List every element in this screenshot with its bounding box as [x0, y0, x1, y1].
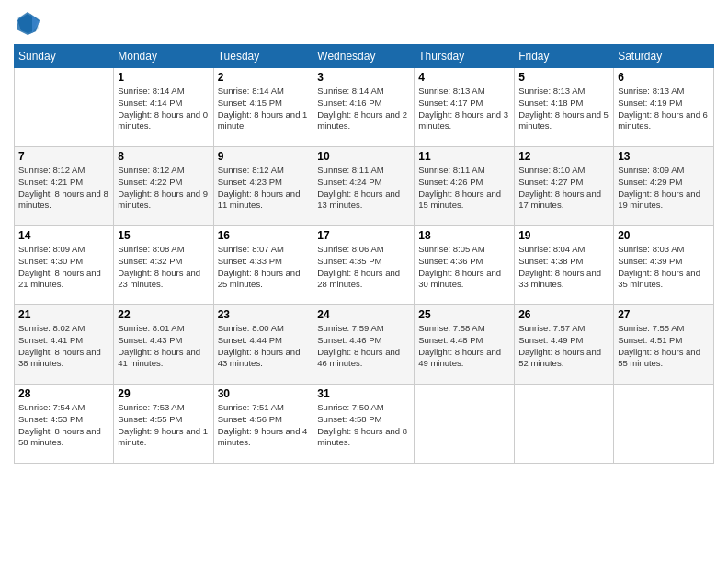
page: Sunday Monday Tuesday Wednesday Thursday… — [0, 0, 728, 563]
calendar-cell: 4Sunrise: 8:13 AMSunset: 4:17 PMDaylight… — [415, 68, 515, 147]
day-info: Sunrise: 8:12 AMSunset: 4:22 PMDaylight:… — [118, 165, 209, 212]
calendar-cell: 30Sunrise: 7:51 AMSunset: 4:56 PMDayligh… — [213, 385, 313, 464]
day-number: 18 — [418, 229, 510, 242]
day-number: 3 — [317, 71, 410, 84]
day-number: 8 — [118, 150, 209, 163]
day-info: Sunrise: 7:57 AMSunset: 4:49 PMDaylight:… — [518, 323, 609, 370]
day-info: Sunrise: 7:50 AMSunset: 4:58 PMDaylight:… — [317, 402, 410, 449]
day-info: Sunrise: 8:04 AMSunset: 4:38 PMDaylight:… — [518, 244, 609, 291]
day-info: Sunrise: 8:00 AMSunset: 4:44 PMDaylight:… — [218, 323, 310, 370]
calendar-cell: 16Sunrise: 8:07 AMSunset: 4:33 PMDayligh… — [213, 226, 313, 305]
calendar-cell — [415, 385, 515, 464]
calendar-cell: 29Sunrise: 7:53 AMSunset: 4:55 PMDayligh… — [114, 385, 213, 464]
day-number: 5 — [518, 71, 609, 84]
calendar-cell: 6Sunrise: 8:13 AMSunset: 4:19 PMDaylight… — [614, 68, 714, 147]
calendar-cell: 17Sunrise: 8:06 AMSunset: 4:35 PMDayligh… — [313, 226, 415, 305]
day-number: 12 — [518, 150, 609, 163]
day-number: 28 — [18, 387, 109, 400]
day-info: Sunrise: 8:07 AMSunset: 4:33 PMDaylight:… — [218, 244, 310, 291]
header-wednesday: Wednesday — [313, 45, 415, 68]
header-friday: Friday — [515, 45, 614, 68]
calendar-cell: 5Sunrise: 8:13 AMSunset: 4:18 PMDaylight… — [515, 68, 614, 147]
day-info: Sunrise: 7:54 AMSunset: 4:53 PMDaylight:… — [18, 402, 109, 449]
day-number: 22 — [118, 308, 209, 321]
day-number: 10 — [317, 150, 410, 163]
day-info: Sunrise: 8:05 AMSunset: 4:36 PMDaylight:… — [418, 244, 510, 291]
day-info: Sunrise: 8:03 AMSunset: 4:39 PMDaylight:… — [618, 244, 710, 291]
day-number: 23 — [218, 308, 310, 321]
header-monday: Monday — [114, 45, 213, 68]
calendar-week-row: 28Sunrise: 7:54 AMSunset: 4:53 PMDayligh… — [15, 385, 714, 464]
calendar-cell — [614, 385, 714, 464]
logo — [14, 9, 45, 37]
day-number: 4 — [418, 71, 510, 84]
calendar-week-row: 21Sunrise: 8:02 AMSunset: 4:41 PMDayligh… — [15, 305, 714, 385]
day-info: Sunrise: 8:01 AMSunset: 4:43 PMDaylight:… — [118, 323, 209, 370]
day-info: Sunrise: 8:12 AMSunset: 4:21 PMDaylight:… — [18, 165, 109, 212]
day-number: 17 — [317, 229, 410, 242]
day-number: 1 — [118, 71, 209, 84]
day-info: Sunrise: 8:14 AMSunset: 4:15 PMDaylight:… — [218, 86, 310, 132]
day-info: Sunrise: 8:13 AMSunset: 4:19 PMDaylight:… — [618, 86, 710, 132]
day-number: 7 — [18, 150, 109, 163]
calendar-cell: 20Sunrise: 8:03 AMSunset: 4:39 PMDayligh… — [614, 226, 714, 305]
day-info: Sunrise: 8:13 AMSunset: 4:17 PMDaylight:… — [418, 86, 510, 132]
day-info: Sunrise: 8:08 AMSunset: 4:32 PMDaylight:… — [118, 244, 209, 291]
day-info: Sunrise: 8:14 AMSunset: 4:14 PMDaylight:… — [118, 86, 209, 132]
calendar-cell: 8Sunrise: 8:12 AMSunset: 4:22 PMDaylight… — [114, 147, 213, 226]
day-info: Sunrise: 7:55 AMSunset: 4:51 PMDaylight:… — [618, 323, 710, 370]
day-number: 20 — [618, 229, 710, 242]
day-info: Sunrise: 8:09 AMSunset: 4:29 PMDaylight:… — [618, 165, 710, 212]
calendar-cell: 31Sunrise: 7:50 AMSunset: 4:58 PMDayligh… — [313, 385, 415, 464]
day-number: 15 — [118, 229, 209, 242]
day-info: Sunrise: 8:09 AMSunset: 4:30 PMDaylight:… — [18, 244, 109, 291]
day-number: 13 — [618, 150, 710, 163]
calendar-cell: 14Sunrise: 8:09 AMSunset: 4:30 PMDayligh… — [15, 226, 114, 305]
calendar-cell: 13Sunrise: 8:09 AMSunset: 4:29 PMDayligh… — [614, 147, 714, 226]
day-number: 16 — [218, 229, 310, 242]
calendar-cell: 26Sunrise: 7:57 AMSunset: 4:49 PMDayligh… — [515, 305, 614, 385]
day-info: Sunrise: 8:11 AMSunset: 4:24 PMDaylight:… — [317, 165, 410, 212]
calendar-cell: 24Sunrise: 7:59 AMSunset: 4:46 PMDayligh… — [313, 305, 415, 385]
day-info: Sunrise: 8:06 AMSunset: 4:35 PMDaylight:… — [317, 244, 410, 291]
calendar-cell: 27Sunrise: 7:55 AMSunset: 4:51 PMDayligh… — [614, 305, 714, 385]
day-number: 11 — [418, 150, 510, 163]
day-info: Sunrise: 7:53 AMSunset: 4:55 PMDaylight:… — [118, 402, 209, 449]
calendar-cell: 1Sunrise: 8:14 AMSunset: 4:14 PMDaylight… — [114, 68, 213, 147]
header-thursday: Thursday — [415, 45, 515, 68]
day-info: Sunrise: 8:14 AMSunset: 4:16 PMDaylight:… — [317, 86, 410, 132]
calendar-week-row: 14Sunrise: 8:09 AMSunset: 4:30 PMDayligh… — [15, 226, 714, 305]
calendar-header-row: Sunday Monday Tuesday Wednesday Thursday… — [15, 45, 714, 68]
calendar-cell — [15, 68, 114, 147]
day-number: 9 — [218, 150, 310, 163]
header-sunday: Sunday — [15, 45, 114, 68]
day-number: 2 — [218, 71, 310, 84]
day-info: Sunrise: 7:58 AMSunset: 4:48 PMDaylight:… — [418, 323, 510, 370]
day-info: Sunrise: 8:10 AMSunset: 4:27 PMDaylight:… — [518, 165, 609, 212]
calendar-cell: 28Sunrise: 7:54 AMSunset: 4:53 PMDayligh… — [15, 385, 114, 464]
calendar-cell: 18Sunrise: 8:05 AMSunset: 4:36 PMDayligh… — [415, 226, 515, 305]
day-info: Sunrise: 8:13 AMSunset: 4:18 PMDaylight:… — [518, 86, 609, 132]
day-number: 19 — [518, 229, 609, 242]
day-number: 26 — [518, 308, 609, 321]
day-number: 29 — [118, 387, 209, 400]
logo-icon — [14, 9, 41, 37]
calendar-cell: 12Sunrise: 8:10 AMSunset: 4:27 PMDayligh… — [515, 147, 614, 226]
calendar-cell: 7Sunrise: 8:12 AMSunset: 4:21 PMDaylight… — [15, 147, 114, 226]
day-number: 21 — [18, 308, 109, 321]
header-tuesday: Tuesday — [213, 45, 313, 68]
header — [14, 9, 714, 37]
day-info: Sunrise: 8:12 AMSunset: 4:23 PMDaylight:… — [218, 165, 310, 212]
calendar-cell: 21Sunrise: 8:02 AMSunset: 4:41 PMDayligh… — [15, 305, 114, 385]
calendar-cell: 22Sunrise: 8:01 AMSunset: 4:43 PMDayligh… — [114, 305, 213, 385]
day-number: 24 — [317, 308, 410, 321]
day-number: 14 — [18, 229, 109, 242]
day-info: Sunrise: 7:51 AMSunset: 4:56 PMDaylight:… — [218, 402, 310, 449]
day-info: Sunrise: 7:59 AMSunset: 4:46 PMDaylight:… — [317, 323, 410, 370]
day-number: 27 — [618, 308, 710, 321]
calendar-table: Sunday Monday Tuesday Wednesday Thursday… — [14, 44, 714, 464]
calendar-cell: 25Sunrise: 7:58 AMSunset: 4:48 PMDayligh… — [415, 305, 515, 385]
day-number: 25 — [418, 308, 510, 321]
day-number: 31 — [317, 387, 410, 400]
calendar-cell: 15Sunrise: 8:08 AMSunset: 4:32 PMDayligh… — [114, 226, 213, 305]
